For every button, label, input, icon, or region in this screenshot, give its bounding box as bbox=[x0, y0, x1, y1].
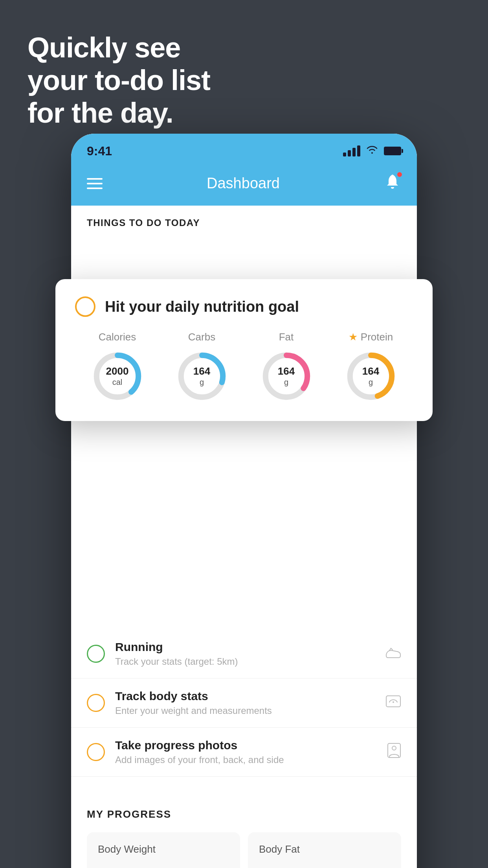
spacer bbox=[71, 777, 417, 793]
donut-fat: 164 g bbox=[259, 349, 314, 404]
todo-circle-progress-photos bbox=[87, 743, 105, 761]
progress-cards-row: Body Weight 100 kg Body Fat 23 bbox=[87, 832, 401, 868]
macros-row: Calories 2000 cal Carbs bbox=[75, 331, 413, 404]
hamburger-line bbox=[87, 188, 103, 189]
donut-text-protein: 164 g bbox=[362, 365, 379, 387]
hero-line2: your to-do list bbox=[28, 64, 210, 97]
notification-bell[interactable] bbox=[384, 173, 401, 194]
status-bar: 9:41 bbox=[71, 134, 417, 165]
svg-point-3 bbox=[392, 746, 396, 750]
phone-screen: 9:41 bbox=[71, 134, 417, 868]
todo-content-body-stats: Track body stats Enter your weight and m… bbox=[115, 690, 375, 716]
body-fat-title: Body Fat bbox=[259, 843, 390, 855]
donut-carbs: 164 g bbox=[174, 349, 229, 404]
todo-content-running: Running Track your stats (target: 5km) bbox=[115, 640, 375, 667]
todo-circle-body-stats bbox=[87, 694, 105, 712]
card-circle-indicator bbox=[75, 296, 95, 317]
macro-label-fat: Fat bbox=[279, 331, 294, 343]
todo-subtitle-progress-photos: Add images of your front, back, and side bbox=[115, 754, 377, 765]
todo-title-body-stats: Track body stats bbox=[115, 690, 375, 703]
todo-item-body-stats[interactable]: Track body stats Enter your weight and m… bbox=[71, 679, 417, 728]
donut-text-calories: 2000 cal bbox=[106, 365, 129, 387]
donut-protein: 164 g bbox=[343, 349, 398, 404]
signal-bar-2 bbox=[348, 150, 351, 156]
progress-section: MY PROGRESS Body Weight 100 kg bbox=[71, 793, 417, 868]
todo-content-progress-photos: Take progress photos Add images of your … bbox=[115, 739, 377, 765]
nutrition-floating-card: Hit your daily nutrition goal Calories 2… bbox=[55, 279, 433, 421]
battery-icon bbox=[384, 147, 401, 155]
macro-protein: ★ Protein 164 g bbox=[343, 331, 398, 404]
macro-fat: Fat 164 g bbox=[259, 331, 314, 404]
signal-bar-1 bbox=[343, 153, 346, 156]
star-icon: ★ bbox=[349, 331, 358, 343]
header-title: Dashboard bbox=[207, 175, 280, 192]
status-time: 9:41 bbox=[87, 144, 112, 158]
body-weight-value-row: 100 kg bbox=[98, 865, 229, 868]
svg-point-1 bbox=[393, 701, 394, 703]
app-header: Dashboard bbox=[71, 165, 417, 206]
protein-label-row: ★ Protein bbox=[349, 331, 393, 343]
todo-subtitle-running: Track your stats (target: 5km) bbox=[115, 656, 375, 667]
person-icon bbox=[387, 743, 401, 762]
progress-header: MY PROGRESS bbox=[87, 808, 401, 820]
todo-item-running[interactable]: Running Track your stats (target: 5km) bbox=[71, 629, 417, 679]
macro-label-protein: Protein bbox=[361, 331, 393, 343]
hamburger-line bbox=[87, 178, 103, 180]
todo-title-running: Running bbox=[115, 640, 375, 654]
todo-subtitle-body-stats: Enter your weight and measurements bbox=[115, 705, 375, 716]
donut-text-fat: 164 g bbox=[278, 365, 295, 387]
progress-card-weight[interactable]: Body Weight 100 kg bbox=[87, 832, 240, 868]
macro-label-carbs: Carbs bbox=[188, 331, 215, 343]
hamburger-menu[interactable] bbox=[87, 178, 103, 189]
body-fat-value-row: 23 % bbox=[259, 865, 390, 868]
phone-frame: 9:41 bbox=[71, 134, 417, 868]
notification-dot bbox=[396, 171, 403, 178]
macro-carbs: Carbs 164 g bbox=[174, 331, 229, 404]
donut-text-carbs: 164 g bbox=[193, 365, 210, 387]
donut-calories: 2000 cal bbox=[90, 349, 145, 404]
wifi-icon bbox=[366, 145, 378, 157]
body-weight-title: Body Weight bbox=[98, 843, 229, 855]
card-title: Hit your daily nutrition goal bbox=[105, 298, 299, 315]
card-title-row: Hit your daily nutrition goal bbox=[75, 296, 413, 317]
signal-icon bbox=[343, 145, 360, 156]
scale-icon bbox=[385, 694, 401, 712]
todo-list: Running Track your stats (target: 5km) bbox=[71, 629, 417, 777]
todo-circle-running bbox=[87, 645, 105, 663]
section-header: THINGS TO DO TODAY bbox=[71, 206, 417, 236]
macro-label-calories: Calories bbox=[99, 331, 136, 343]
macro-calories: Calories 2000 cal bbox=[90, 331, 145, 404]
hamburger-line bbox=[87, 183, 103, 184]
signal-bar-3 bbox=[352, 148, 356, 156]
hero-line1: Quickly see bbox=[28, 31, 210, 64]
body-fat-value: 23 bbox=[259, 865, 283, 868]
shoe-icon bbox=[385, 645, 401, 662]
progress-card-fat[interactable]: Body Fat 23 % bbox=[248, 832, 401, 868]
todo-title-progress-photos: Take progress photos bbox=[115, 739, 377, 752]
body-weight-value: 100 bbox=[98, 865, 134, 868]
hero-line3: for the day. bbox=[28, 97, 210, 129]
hero-text: Quickly see your to-do list for the day. bbox=[28, 31, 210, 129]
signal-bar-4 bbox=[357, 145, 360, 156]
status-icons bbox=[343, 145, 401, 157]
todo-item-progress-photos[interactable]: Take progress photos Add images of your … bbox=[71, 728, 417, 777]
